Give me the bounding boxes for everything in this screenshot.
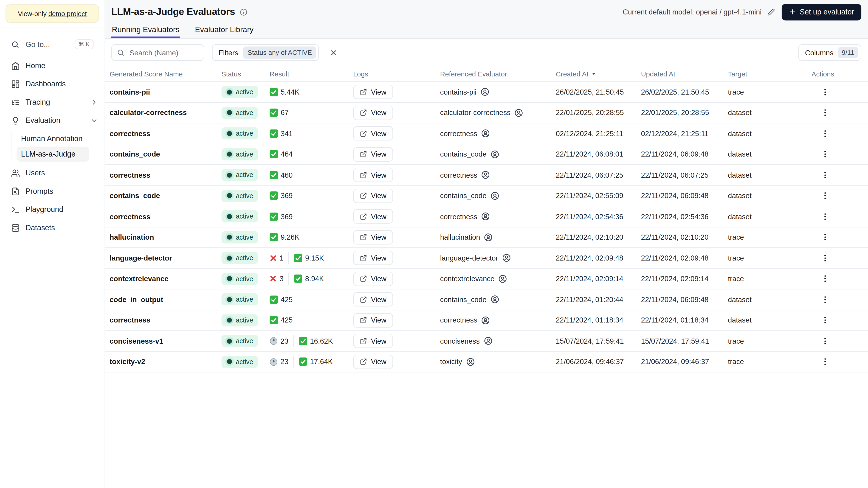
result-divider	[289, 252, 289, 264]
columns-count-badge: 9/11	[838, 47, 858, 58]
actions-cell	[811, 293, 868, 306]
status-badge: active	[221, 314, 258, 326]
keyboard-shortcut-badge: ⌘ K	[74, 39, 93, 49]
row-actions-button[interactable]	[818, 168, 832, 182]
column-header-referenced-evaluator[interactable]: Referenced Evaluator	[440, 70, 556, 78]
row-actions-button[interactable]	[818, 272, 832, 285]
view-logs-button[interactable]: View	[353, 292, 393, 307]
column-header-status[interactable]: Status	[221, 70, 270, 78]
view-logs-button[interactable]: View	[353, 313, 393, 328]
score-name-cell: contextrelevance	[110, 274, 221, 283]
view-logs-button[interactable]: View	[353, 230, 393, 245]
table-row[interactable]: contains-pii active 5.44K View contains-…	[105, 82, 868, 103]
actions-cell	[811, 210, 868, 223]
view-logs-button[interactable]: View	[353, 334, 393, 348]
view-logs-button[interactable]: View	[353, 168, 393, 182]
column-header-generated-score-name[interactable]: Generated Score Name	[110, 70, 221, 78]
external-link-icon	[360, 275, 367, 282]
row-actions-button[interactable]	[818, 210, 832, 223]
setup-evaluator-button[interactable]: Set up evaluator	[781, 4, 861, 20]
sidebar-item-prompts[interactable]: Prompts	[0, 182, 105, 200]
result-clock: 23	[270, 337, 288, 345]
result-cell: 464	[270, 150, 353, 158]
table-row[interactable]: code_in_output active 425 View contains_…	[105, 289, 868, 310]
view-logs-button[interactable]: View	[353, 271, 393, 286]
view-logs-button[interactable]: View	[353, 106, 393, 120]
target-cell: trace	[728, 88, 811, 96]
row-actions-button[interactable]	[818, 86, 832, 99]
row-actions-button[interactable]	[818, 314, 832, 327]
view-logs-button[interactable]: View	[353, 209, 393, 224]
sidebar-item-home[interactable]: Home	[0, 57, 105, 75]
tab-evaluator-library[interactable]: Evaluator Library	[194, 25, 254, 38]
filters-button[interactable]: Filters Status any of ACTIVE	[212, 44, 319, 61]
table-row[interactable]: conciseness-v1 active 2316.62K View conc…	[105, 331, 868, 352]
actions-cell	[811, 231, 868, 244]
view-logs-button[interactable]: View	[353, 126, 393, 141]
table-row[interactable]: hallucination active 9.26K View hallucin…	[105, 227, 868, 248]
column-header-actions[interactable]: Actions	[811, 70, 868, 78]
sidebar-item-llm-as-a-judge[interactable]: LLM-as-a-Judge	[17, 147, 89, 162]
sidebar-subitems: Human AnnotationLLM-as-a-Judge	[0, 129, 105, 164]
info-icon[interactable]	[240, 8, 247, 16]
view-logs-button[interactable]: View	[353, 355, 393, 369]
score-name-cell: contains_code	[110, 150, 221, 158]
user-circle-icon	[498, 274, 507, 283]
row-actions-button[interactable]	[818, 251, 832, 265]
column-header-target[interactable]: Target	[728, 70, 811, 78]
user-circle-icon	[491, 191, 499, 200]
row-actions-button[interactable]	[818, 231, 832, 244]
sidebar-item-playground[interactable]: Playground	[0, 200, 105, 219]
result-check: 9.15K	[294, 254, 324, 262]
sidebar-item-users[interactable]: Users	[0, 164, 105, 182]
result-divider	[289, 273, 289, 285]
check-icon	[270, 212, 278, 221]
row-actions-button[interactable]	[818, 148, 832, 161]
view-logs-button[interactable]: View	[353, 85, 393, 99]
edit-model-icon[interactable]	[767, 8, 775, 16]
sidebar-item-dashboards[interactable]: Dashboards	[0, 75, 105, 93]
result-cell: 425	[270, 316, 353, 324]
sidebar-item-datasets[interactable]: Datasets	[0, 219, 105, 237]
evaluation-icon	[11, 116, 20, 125]
goto-search[interactable]: Go to... ⌘ K	[4, 34, 100, 54]
table-row[interactable]: calculator-correctness active 67 View ca…	[105, 103, 868, 123]
view-logs-button[interactable]: View	[353, 251, 393, 265]
row-actions-button[interactable]	[818, 127, 832, 140]
table-row[interactable]: contains_code active 369 View contains_c…	[105, 186, 868, 206]
table-row[interactable]: contains_code active 464 View contains_c…	[105, 144, 868, 165]
created-at-cell: 02/12/2024, 21:25:11	[556, 129, 641, 138]
sidebar-item-tracing[interactable]: Tracing	[0, 93, 105, 111]
sidebar-item-human-annotation[interactable]: Human Annotation	[17, 131, 89, 146]
table-row[interactable]: toxicity-v2 active 2317.64K View toxicit…	[105, 352, 868, 372]
target-cell: dataset	[728, 171, 811, 179]
column-header-updated-at[interactable]: Updated At	[641, 70, 728, 78]
column-header-created-at[interactable]: Created At	[556, 70, 641, 78]
columns-button[interactable]: Columns 9/11	[799, 44, 861, 61]
column-header-result[interactable]: Result	[270, 70, 353, 78]
row-actions-button[interactable]	[818, 334, 832, 348]
table-row[interactable]: language-detector active 19.15K View lan…	[105, 248, 868, 268]
demo-project-link[interactable]: demo project	[49, 10, 87, 18]
logs-cell: View	[353, 147, 440, 162]
table-row[interactable]: correctness active 460 View correctness …	[105, 165, 868, 186]
table-row[interactable]: correctness active 369 View correctness …	[105, 206, 868, 227]
row-actions-button[interactable]	[818, 293, 832, 306]
close-icon	[329, 48, 338, 57]
actions-cell	[811, 272, 868, 285]
row-actions-button[interactable]	[818, 189, 832, 202]
column-header-logs[interactable]: Logs	[353, 70, 440, 78]
tab-running-evaluators[interactable]: Running Evaluators	[112, 25, 180, 38]
result-cell: 341	[270, 129, 353, 138]
table-row[interactable]: correctness active 425 View correctness …	[105, 310, 868, 331]
clear-filters-button[interactable]	[326, 45, 341, 60]
sidebar-item-evaluation[interactable]: Evaluation	[0, 111, 105, 130]
status-badge: active	[221, 86, 258, 98]
table-row[interactable]: correctness active 341 View correctness …	[105, 124, 868, 144]
view-logs-button[interactable]: View	[353, 147, 393, 162]
search-input[interactable]	[128, 48, 198, 57]
view-logs-button[interactable]: View	[353, 189, 393, 203]
row-actions-button[interactable]	[818, 355, 832, 368]
table-row[interactable]: contextrelevance active 38.94K View cont…	[105, 268, 868, 289]
row-actions-button[interactable]	[818, 106, 832, 119]
